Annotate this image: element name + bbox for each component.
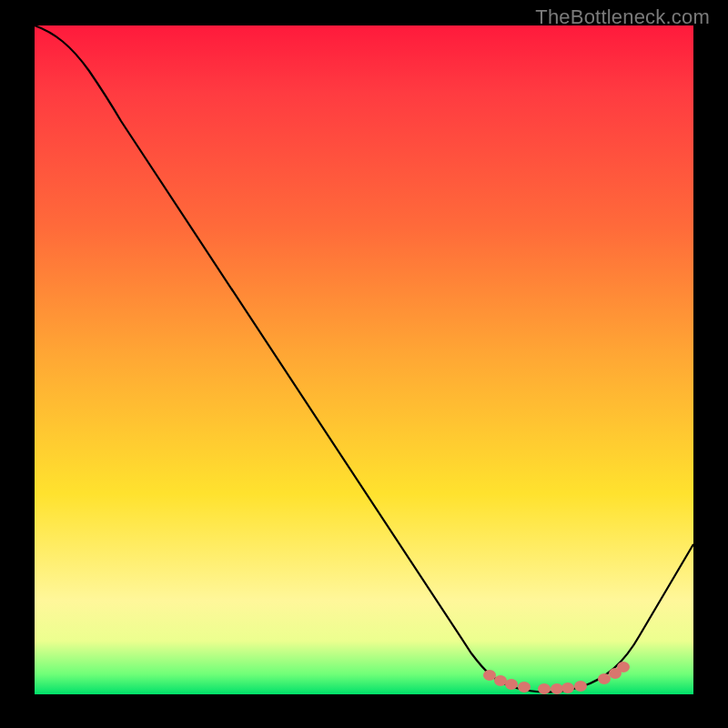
chart-svg	[35, 25, 693, 694]
bottleneck-dot	[505, 679, 518, 690]
bottleneck-dot	[551, 683, 563, 694]
curve-line	[35, 25, 693, 693]
bottleneck-dot	[574, 681, 587, 692]
bottleneck-dot	[494, 675, 507, 686]
bottleneck-dot	[518, 682, 531, 693]
bottleneck-dot	[483, 670, 496, 681]
bottleneck-dot	[598, 673, 611, 684]
chart-frame: TheBottleneck.com	[0, 0, 728, 728]
bottleneck-dot	[538, 683, 551, 694]
bottleneck-dot	[617, 662, 630, 672]
bottleneck-dot	[561, 682, 574, 693]
bottleneck-dots-group	[483, 662, 630, 694]
chart-plot-area	[35, 25, 693, 694]
